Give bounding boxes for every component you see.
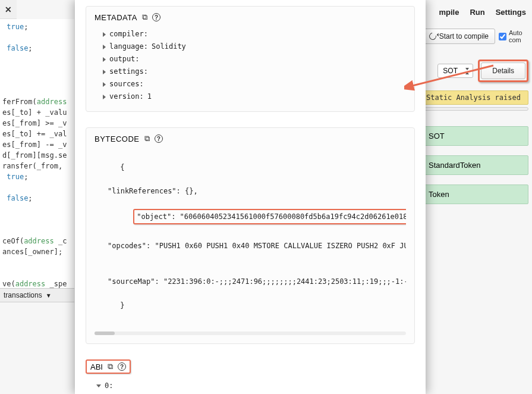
bytecode-linkreferences: "linkReferences": {}, [95, 185, 406, 197]
metadata-item[interactable]: settings: [95, 65, 406, 78]
copy-icon[interactable]: ⧉ [142, 12, 148, 22]
bytecode-sourcemap: "sourceMap": "2231:396:0:-;;;2471:96;;;;… [95, 276, 406, 287]
metadata-item[interactable]: language: Solidity [95, 40, 406, 53]
abi-highlight: ABI ⧉ ? [86, 359, 131, 374]
start-compile-label: Start to compile [439, 32, 489, 40]
tree-key: compiler: [109, 28, 148, 40]
metadata-item[interactable]: sources: [95, 78, 406, 90]
auto-compile-label: Auto com [509, 29, 528, 43]
transactions-label: transactions [4, 291, 42, 299]
tree-val: 1 [147, 90, 152, 103]
tree-key: settings: [109, 65, 148, 78]
contract-select-value: SOT [443, 67, 458, 75]
caret-right-icon [103, 57, 106, 62]
details-label: Details [492, 67, 514, 75]
contract-item-standardtoken[interactable]: StandardToken [422, 155, 528, 175]
metadata-title: METADATA [95, 13, 137, 22]
chevron-down-icon: ▼ [46, 292, 52, 299]
copy-icon[interactable]: ⧉ [144, 134, 150, 143]
abi-entry-0[interactable]: 0: [96, 380, 415, 392]
tab-compile[interactable]: mpile [439, 8, 459, 17]
caret-right-icon [103, 45, 106, 49]
abi-title: ABI [90, 362, 103, 371]
bytecode-title: BYTECODE [95, 135, 140, 143]
tree-key: language: [109, 40, 148, 53]
tab-settings[interactable]: Settings [496, 8, 526, 17]
contract-select[interactable]: SOT [437, 64, 473, 78]
bytecode-brace-open: { [120, 163, 124, 171]
details-button[interactable]: Details [481, 62, 525, 79]
close-icon[interactable]: ✕ [0, 0, 17, 19]
editor-gutter: true; false; ferFrom(address es[_to] + _… [0, 19, 74, 292]
bytecode-brace-close: } [120, 301, 124, 309]
auto-compile-toggle[interactable]: Auto com [499, 29, 528, 43]
abi-card: ABI ⧉ ? 0: constant: trueinputs:name: na… [86, 359, 415, 394]
caret-right-icon [103, 95, 106, 99]
transactions-toggle[interactable]: transactions ▼ [0, 288, 74, 302]
metadata-item[interactable]: version: 1 [95, 90, 406, 103]
metadata-card: METADATA ⧉ ? compiler:language: Solidity… [86, 6, 415, 112]
tree-key: output: [109, 53, 140, 65]
copy-icon[interactable]: ⧉ [108, 362, 113, 371]
tree-val: Solidity [152, 40, 186, 53]
help-icon[interactable]: ? [152, 13, 160, 21]
bytecode-object-highlight: "object": "6060604052341561000f57600080f… [133, 209, 406, 224]
static-analysis-warning[interactable]: Static Analysis raised [422, 90, 528, 105]
metadata-item[interactable]: output: [95, 53, 406, 65]
abi-entry-0-idx: 0: [105, 380, 113, 392]
details-modal: METADATA ⧉ ? compiler:language: Solidity… [75, 0, 426, 394]
tree-key: version: [109, 90, 144, 103]
bytecode-card: BYTECODE ⧉ ? { "linkReferences": {}, "ob… [86, 127, 415, 344]
tab-run[interactable]: Run [470, 8, 484, 17]
scroll-thumb[interactable] [95, 332, 115, 335]
start-compile-button[interactable]: Start to compile [423, 29, 495, 44]
progress-bar [422, 107, 528, 111]
caret-right-icon [103, 32, 106, 37]
help-icon[interactable]: ? [155, 135, 163, 143]
caret-right-icon [103, 82, 106, 87]
auto-compile-checkbox[interactable] [499, 33, 506, 40]
metadata-item[interactable]: compiler: [95, 28, 406, 40]
bytecode-opcodes: "opcodes": "PUSH1 0x60 PUSH1 0x40 MSTORE… [95, 240, 406, 252]
details-highlight: Details [478, 60, 528, 82]
contract-item-sot[interactable]: SOT [422, 126, 528, 146]
tree-key: sources: [109, 78, 144, 90]
refresh-icon [427, 32, 437, 42]
horizontal-scrollbar[interactable] [95, 332, 406, 335]
caret-down-icon [96, 384, 101, 387]
caret-right-icon [103, 70, 106, 74]
contract-item-token[interactable]: Token [422, 185, 528, 204]
help-icon[interactable]: ? [118, 362, 126, 371]
